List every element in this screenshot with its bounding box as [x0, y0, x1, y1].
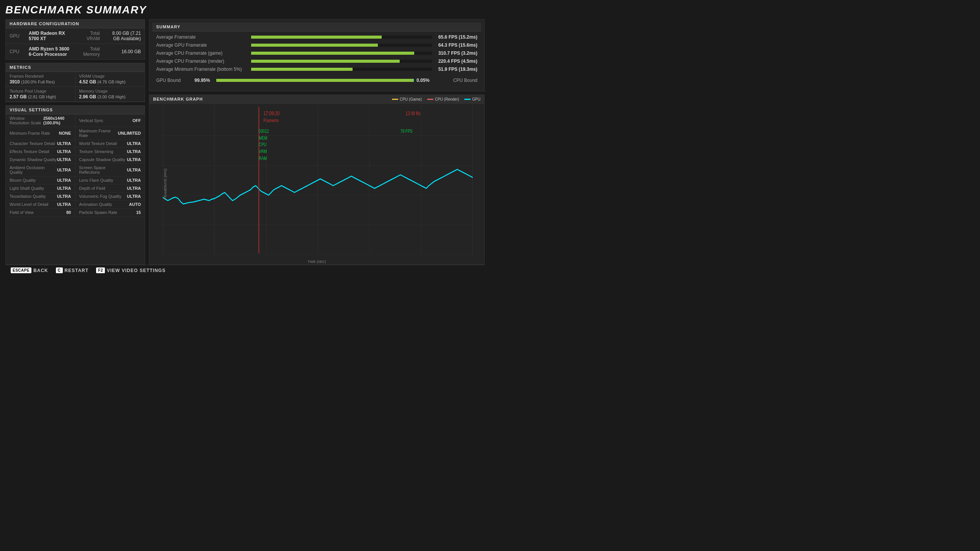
stat-bar [251, 60, 400, 63]
graph-section: BENCHMARK GRAPH CPU (Game)CPU (Render)GP… [149, 95, 485, 265]
setting-value: ULTRA [127, 141, 141, 146]
memory-label: Total Memory [75, 44, 104, 60]
setting-value: UNLIMITED [118, 131, 141, 135]
setting-row: Depth of FieldULTRA [75, 184, 145, 192]
legend-label: CPU (Game) [400, 97, 422, 101]
setting-row: Dynamic Shadow QualityULTRA [6, 156, 75, 164]
setting-value: ULTRA [127, 168, 141, 172]
setting-row: Character Texture DetailULTRA [6, 140, 75, 148]
gpu-bound-pct: 99.95% [194, 78, 210, 83]
setting-row: Texture StreamingULTRA [75, 148, 145, 156]
right-panel: SUMMARY Average Framerate 65.6 FPS (15.2… [149, 19, 485, 265]
gpu-bar-green [216, 79, 413, 82]
setting-value: ULTRA [57, 194, 71, 199]
setting-label: Texture Streaming [79, 149, 113, 154]
setting-value: ULTRA [127, 194, 141, 199]
memory-usage-value: 2.96 GB (3.00 GB High) [79, 94, 126, 99]
setting-label: Dynamic Shadow Quality [10, 157, 57, 162]
hardware-table: GPU AMD Radeon RX 5700 XT Total VRAM 8.0… [6, 28, 145, 59]
setting-row: Lens Flare QualityULTRA [75, 176, 145, 184]
stat-label: Average GPU Framerate [156, 42, 248, 48]
setting-value: ULTRA [127, 186, 141, 191]
setting-label: Character Texture Detail [10, 141, 55, 146]
stat-value: 51.9 FPS (19.3ms) [435, 67, 477, 72]
setting-row: Particle Spawn Rate15 [75, 209, 145, 217]
stat-value: 64.3 FPS (15.6ms) [435, 42, 477, 48]
frames-label: Frames Rendered [10, 74, 71, 78]
setting-label: Minimum Frame Rate [10, 131, 50, 135]
setting-value: OFF [132, 118, 141, 123]
metrics-grid: Frames Rendered 3910 (100.0% Full Res) V… [6, 72, 145, 102]
svg-text:13 M 6s: 13 M 6s [406, 110, 420, 116]
setting-row: Field of View80 [6, 209, 75, 217]
gpu-label: GPU [6, 28, 25, 44]
gpu-bound-row: GPU Bound 99.95% 0.05% CPU Bound [152, 78, 481, 85]
stat-row: Average Framerate 65.6 FPS (15.2ms) [156, 34, 477, 40]
summary-section-title: SUMMARY [152, 23, 481, 31]
key-box[interactable]: C [56, 267, 63, 273]
setting-label: Effects Texture Detail [10, 149, 49, 154]
setting-label: Light Shaft Quality [10, 186, 44, 191]
vram-usage-value: 4.52 GB (4.76 GB High) [79, 79, 126, 85]
setting-label: Screen Space Reflections [79, 165, 127, 174]
key-box[interactable]: F2 [96, 267, 105, 273]
texture-value: 2.57 GB (2.81 GB High) [10, 94, 56, 99]
stat-bar [251, 36, 382, 39]
main-container: BENCHMARK SUMMARY HARDWARE CONFIGURATION… [0, 0, 490, 276]
cpu-name: AMD Ryzen 5 3600 6-Core Processor [25, 44, 75, 60]
setting-label: Window Resolution Scale [10, 116, 43, 125]
graph-title: BENCHMARK GRAPH [153, 97, 203, 101]
key-box[interactable]: ESCAPE [11, 267, 31, 273]
stat-bar [251, 52, 414, 55]
visual-settings-title: VISUAL SETTINGS [6, 106, 145, 114]
vram-label: Total VRAM [75, 28, 104, 44]
texture-metric: Texture Pool Usage 2.57 GB (2.81 GB High… [6, 87, 75, 102]
svg-text:MEM: MEM [259, 135, 267, 140]
gpu-bar-container [216, 79, 413, 82]
svg-text:03012: 03012 [259, 129, 269, 134]
hardware-section-title: HARDWARE CONFIGURATION [6, 20, 145, 28]
setting-label: Bloom Quality [10, 178, 36, 183]
stat-bar [251, 68, 353, 71]
setting-value: ULTRA [57, 168, 71, 172]
graph-header: BENCHMARK GRAPH CPU (Game)CPU (Render)GP… [149, 95, 484, 104]
setting-row: Minimum Frame RateNONE [6, 127, 75, 140]
key-label: VIEW VIDEO SETTINGS [107, 268, 166, 273]
setting-label: Maximum Frame Rate [79, 129, 118, 138]
setting-label: Depth of Field [79, 186, 105, 191]
setting-label: Tessellation Quality [10, 194, 46, 199]
stat-label: Average Framerate [156, 34, 248, 40]
stat-value: 220.4 FPS (4.5ms) [435, 59, 477, 64]
gpu-row: GPU AMD Radeon RX 5700 XT Total VRAM 8.0… [6, 28, 145, 44]
svg-text:78 FPS: 78 FPS [400, 129, 412, 134]
setting-label: Particle Spawn Rate [79, 210, 118, 215]
setting-value: ULTRA [127, 157, 141, 162]
stat-bar-container [251, 52, 432, 55]
content-row: HARDWARE CONFIGURATION GPU AMD Radeon RX… [5, 19, 485, 265]
setting-value: AUTO [129, 202, 141, 207]
setting-value: ULTRA [57, 141, 71, 146]
setting-row: Volumetric Fog QualityULTRA [75, 192, 145, 201]
frames-metric: Frames Rendered 3910 (100.0% Full Res) [6, 72, 75, 87]
gpu-name: AMD Radeon RX 5700 XT [25, 28, 75, 44]
stat-row: Average Minimum Framerate (bottom 5%) 51… [156, 67, 477, 72]
stat-bar-container [251, 36, 432, 39]
svg-text:CPU: CPU [259, 142, 266, 147]
graph-area: FRAMERATE (FPS) [149, 104, 484, 264]
setting-value: ULTRA [57, 178, 71, 183]
stat-value: 65.6 FPS (15.2ms) [435, 34, 477, 40]
legend-dot [392, 99, 398, 100]
setting-value: ULTRA [57, 186, 71, 191]
setting-row: Window Resolution Scale2560x1440 (100.0%… [6, 114, 75, 127]
stat-bar-container [251, 44, 432, 47]
setting-label: Field of View [10, 210, 34, 215]
setting-label: World Level of Detail [10, 202, 48, 207]
stat-row: Average CPU Framerate (render) 220.4 FPS… [156, 59, 477, 64]
bottom-bar: ESCAPEBACKCRESTARTF2VIEW VIDEO SETTINGS [5, 265, 485, 276]
setting-label: World Texture Detail [79, 141, 117, 146]
stat-bar-container [251, 68, 432, 71]
y-axis-label: FRAMERATE (FPS) [163, 169, 167, 200]
stat-label: Average CPU Framerate (game) [156, 51, 248, 56]
legend-item: CPU (Game) [392, 97, 422, 101]
summary-stats: Average Framerate 65.6 FPS (15.2ms) Aver… [152, 31, 481, 78]
